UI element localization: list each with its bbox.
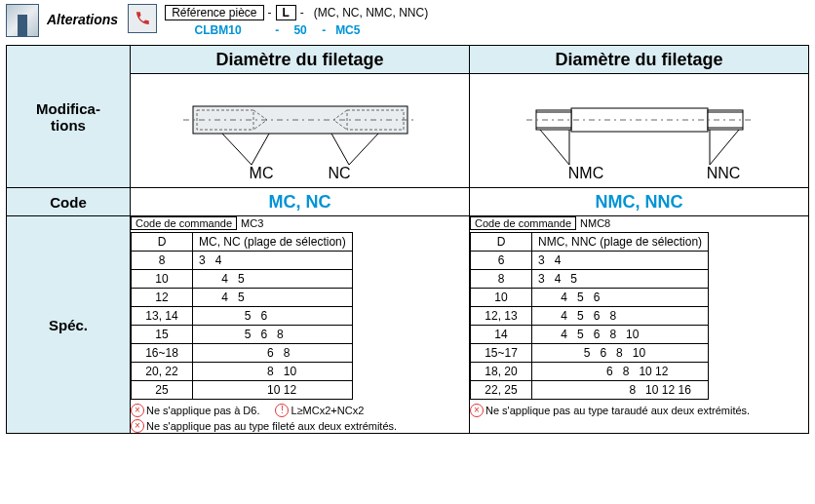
range-cell: 4 5	[193, 289, 353, 307]
d-cell: 22, 25	[471, 381, 532, 400]
table-row: 13, 14 5 6	[132, 307, 353, 326]
range-cell: 8 10 12 16	[532, 381, 709, 400]
diagram-label-nc: NC	[328, 165, 350, 181]
diagram-label-mc: MC	[249, 165, 273, 181]
note-icon: ×	[470, 404, 484, 417]
range-cell: 4 5 6	[532, 289, 709, 307]
note-text: Ne s'applique pas au type taraudé aux de…	[485, 405, 750, 416]
table-row: 10 4 5	[132, 270, 353, 289]
d-cell: 18, 20	[471, 363, 532, 381]
range-cell: 4 5	[193, 270, 353, 289]
alterations-label: Alterations	[47, 4, 118, 35]
range-cell: 5 6	[193, 307, 353, 326]
range-cell: 4 5 6 8 10	[532, 326, 709, 344]
d-cell: 12, 13	[471, 307, 532, 326]
sep: -	[271, 23, 283, 37]
code-header: Code	[7, 188, 131, 216]
spec-right-cmd: Code de commandeNMC8	[470, 216, 808, 230]
spec-left-col-range: MC, NC (plage de sélection)	[193, 233, 353, 252]
sep: -	[296, 6, 308, 19]
note-text: Ne s'applique pas au type fileté aux deu…	[146, 420, 397, 432]
cmd-label: Code de commande	[131, 216, 237, 230]
svg-line-4	[222, 134, 252, 165]
table-row: 20, 22 8 10	[132, 363, 353, 381]
table-row: 25 10 12	[132, 381, 353, 400]
diagram-label-nnc: NNC	[706, 165, 740, 181]
range-cell: 5 6 8	[193, 326, 353, 344]
d-cell: 8	[132, 252, 193, 270]
main-table: Modifica- tions Diamètre du filetage Dia…	[6, 45, 809, 434]
spec-left-col-d: D	[132, 233, 193, 252]
code-left: MC, NC	[131, 188, 470, 216]
ref-example-part: CLBM10	[165, 23, 271, 37]
d-cell: 16~18	[132, 344, 193, 363]
range-cell: 3 4 5	[532, 270, 709, 289]
diam-header-left: Diamètre du filetage	[131, 46, 470, 74]
note-icon: ×	[131, 404, 144, 417]
table-row: 12 4 5	[132, 289, 353, 307]
spec-right: Code de commandeNMC8 D NMC, NNC (plage d…	[470, 216, 809, 434]
phone-icon	[128, 4, 157, 33]
diagram-right: NMC NNC	[470, 74, 809, 188]
d-cell: 8	[471, 270, 532, 289]
spec-left-notes: ×Ne s'applique pas à D6. !L≥MCx2+NCx2 ×N…	[131, 404, 469, 433]
d-cell: 20, 22	[132, 363, 193, 381]
alterations-icon	[6, 4, 39, 37]
sep: -	[318, 23, 330, 37]
range-cell: 6 8	[193, 344, 353, 363]
table-row: 16~18 6 8	[132, 344, 353, 363]
table-row: 15 5 6 8	[132, 326, 353, 344]
table-row: 83 4 5	[471, 270, 709, 289]
table-row: 14 4 5 6 8 10	[471, 326, 709, 344]
range-cell: 5 6 8 10	[532, 344, 709, 363]
range-cell: 10 12	[193, 381, 353, 400]
d-cell: 12	[132, 289, 193, 307]
spec-left: Code de commandeMC3 D MC, NC (plage de s…	[131, 216, 470, 434]
table-row: 15~17 5 6 8 10	[471, 344, 709, 363]
svg-line-19	[710, 130, 739, 165]
range-cell: 3 4	[532, 252, 709, 270]
table-row: 83 4	[132, 252, 353, 270]
note-text: Ne s'applique pas à D6.	[146, 405, 259, 416]
ref-example-L: 50	[283, 23, 318, 37]
cmd-label: Code de commande	[470, 216, 576, 230]
spec-left-table: D MC, NC (plage de sélection) 83 4 10 4 …	[131, 232, 353, 400]
d-cell: 10	[471, 289, 532, 307]
diagram-label-nmc: NMC	[567, 165, 602, 181]
svg-line-16	[540, 130, 569, 165]
spec-right-col-range: NMC, NNC (plage de sélection)	[532, 233, 709, 252]
table-row: 22, 25 8 10 12 16	[471, 381, 709, 400]
spec-header: Spéc.	[7, 216, 131, 434]
d-cell: 13, 14	[132, 307, 193, 326]
range-cell: 6 8 10 12	[532, 363, 709, 381]
table-row: 10 4 5 6	[471, 289, 709, 307]
diam-header-right: Diamètre du filetage	[470, 46, 809, 74]
svg-line-5	[252, 134, 269, 165]
diagram-left: MC NC	[131, 74, 470, 188]
range-cell: 4 5 6 8	[532, 307, 709, 326]
modifications-header: Modifica- tions	[7, 46, 131, 188]
d-cell: 6	[471, 252, 532, 270]
ref-L-label: L	[276, 5, 296, 20]
note-text: L≥MCx2+NCx2	[291, 405, 364, 416]
alterations-bar: Alterations Référence pièce - L - (MC, N…	[0, 0, 815, 43]
cmd-example: NMC8	[580, 217, 610, 229]
ref-piece-label: Référence pièce	[165, 5, 263, 20]
cmd-example: MC3	[241, 217, 263, 229]
d-cell: 15~17	[471, 344, 532, 363]
note-icon: ×	[131, 419, 144, 433]
table-row: 63 4	[471, 252, 709, 270]
ref-codes-hint: (MC, NC, NMC, NNC)	[308, 6, 434, 19]
code-right: NMC, NNC	[470, 188, 809, 216]
note-icon: !	[275, 404, 289, 417]
range-cell: 3 4	[193, 252, 353, 270]
range-cell: 8 10	[193, 363, 353, 381]
d-cell: 10	[132, 270, 193, 289]
ref-example-code: MC5	[330, 23, 366, 37]
d-cell: 15	[132, 326, 193, 344]
d-cell: 25	[132, 381, 193, 400]
spec-right-table: D NMC, NNC (plage de sélection) 63 4 83 …	[470, 232, 709, 400]
spec-right-col-d: D	[471, 233, 532, 252]
d-cell: 14	[471, 326, 532, 344]
svg-line-7	[349, 134, 378, 165]
